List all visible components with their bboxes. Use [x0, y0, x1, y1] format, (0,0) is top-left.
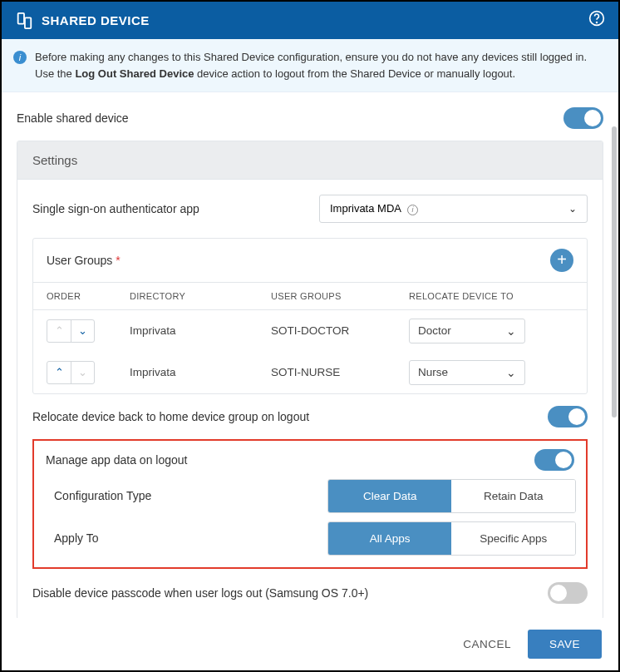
- user-groups-header: User Groups * +: [33, 239, 587, 283]
- relocate-back-row: Relocate device back to home device grou…: [32, 406, 588, 427]
- table-row: ⌃ ⌄ Imprivata SOTI-DOCTOR Doctor ⌄: [33, 310, 587, 352]
- shared-device-dialog: SHARED DEVICE i Before making any change…: [0, 0, 620, 672]
- col-relocate: RELOCATE DEVICE TO: [409, 291, 573, 301]
- dialog-title: SHARED DEVICE: [42, 13, 580, 27]
- settings-body: Single sign-on authenticator app Impriva…: [17, 180, 603, 619]
- col-directory: DIRECTORY: [130, 291, 271, 301]
- specific-apps-option[interactable]: Specific Apps: [451, 522, 575, 555]
- clear-data-option[interactable]: Clear Data: [328, 480, 452, 512]
- all-apps-option[interactable]: All Apps: [328, 522, 452, 555]
- chevron-down-icon: ⌄: [506, 366, 516, 379]
- order-control: ⌃ ⌄: [47, 319, 95, 343]
- sso-row: Single sign-on authenticator app Impriva…: [32, 195, 588, 223]
- config-type-label: Configuration Type: [54, 489, 327, 502]
- apply-to-label: Apply To: [54, 531, 327, 545]
- relocate-back-label: Relocate device back to home device grou…: [32, 410, 309, 423]
- relocate-value: Nurse: [418, 366, 448, 378]
- dialog-footer: CANCEL SAVE: [2, 618, 618, 670]
- settings-title: Settings: [17, 141, 603, 180]
- info-text: Before making any changes to this Shared…: [35, 49, 607, 82]
- table-header: ORDER DIRECTORY USER GROUPS RELOCATE DEV…: [33, 283, 587, 310]
- move-down-button[interactable]: ⌄: [71, 320, 94, 342]
- dialog-header: SHARED DEVICE: [2, 2, 618, 39]
- scrollbar-thumb[interactable]: [612, 126, 617, 418]
- shared-device-icon: [15, 12, 33, 30]
- enable-label: Enable shared device: [17, 111, 129, 125]
- row-group: SOTI-DOCTOR: [271, 324, 409, 337]
- required-marker: *: [116, 254, 120, 267]
- content-area: Enable shared device Settings Single sig…: [2, 92, 618, 670]
- apply-to-segmented: All Apps Specific Apps: [327, 521, 576, 556]
- relocate-back-toggle[interactable]: [548, 406, 588, 427]
- order-control: ⌃ ⌄: [47, 361, 95, 384]
- enable-shared-device-row: Enable shared device: [17, 107, 603, 129]
- config-type-segmented: Clear Data Retain Data: [327, 479, 576, 513]
- disable-passcode-row: Disable device passcode when user logs o…: [32, 582, 588, 604]
- relocate-value: Doctor: [418, 324, 451, 337]
- svg-rect-0: [18, 12, 24, 23]
- sso-value: Imprivata MDA: [330, 202, 401, 215]
- help-icon[interactable]: [588, 10, 605, 31]
- info-circle-icon: i: [407, 205, 418, 215]
- enable-toggle[interactable]: [563, 107, 603, 129]
- manage-data-label: Manage app data on logout: [46, 453, 187, 467]
- disable-passcode-toggle[interactable]: [548, 582, 588, 604]
- chevron-down-icon: ⌄: [506, 324, 516, 338]
- sso-select[interactable]: Imprivata MDA i ⌄: [319, 195, 588, 223]
- sso-label: Single sign-on authenticator app: [32, 202, 319, 215]
- row-directory: Imprivata: [130, 324, 271, 337]
- manage-app-data-section: Manage app data on logout Configuration …: [32, 439, 588, 569]
- user-groups-panel: User Groups * + ORDER DIRECTORY USER GRO…: [32, 238, 588, 394]
- retain-data-option[interactable]: Retain Data: [451, 480, 575, 512]
- add-user-group-button[interactable]: +: [550, 249, 573, 272]
- chevron-down-icon: ⌄: [568, 203, 577, 215]
- col-user-groups: USER GROUPS: [271, 291, 409, 301]
- svg-rect-1: [25, 17, 31, 28]
- table-row: ⌃ ⌄ Imprivata SOTI-NURSE Nurse ⌄: [33, 352, 587, 393]
- row-group: SOTI-NURSE: [271, 366, 409, 378]
- disable-passcode-label: Disable device passcode when user logs o…: [32, 586, 368, 600]
- relocate-select[interactable]: Nurse ⌄: [409, 360, 525, 385]
- config-type-row: Configuration Type Clear Data Retain Dat…: [44, 479, 576, 513]
- manage-data-row: Manage app data on logout: [44, 449, 576, 471]
- relocate-select[interactable]: Doctor ⌄: [409, 319, 525, 343]
- apply-to-row: Apply To All Apps Specific Apps: [44, 521, 576, 556]
- settings-panel: Settings Single sign-on authenticator ap…: [17, 141, 603, 620]
- move-up-button[interactable]: ⌃: [47, 320, 71, 342]
- manage-data-toggle[interactable]: [534, 449, 574, 471]
- move-down-button[interactable]: ⌄: [71, 362, 94, 383]
- info-banner: i Before making any changes to this Shar…: [2, 39, 618, 92]
- info-icon: i: [13, 51, 27, 64]
- cancel-button[interactable]: CANCEL: [463, 638, 511, 650]
- row-directory: Imprivata: [130, 366, 271, 378]
- col-order: ORDER: [47, 291, 130, 301]
- move-up-button[interactable]: ⌃: [47, 362, 71, 383]
- user-groups-title: User Groups: [47, 254, 112, 267]
- svg-point-3: [597, 22, 598, 23]
- save-button[interactable]: SAVE: [528, 630, 602, 659]
